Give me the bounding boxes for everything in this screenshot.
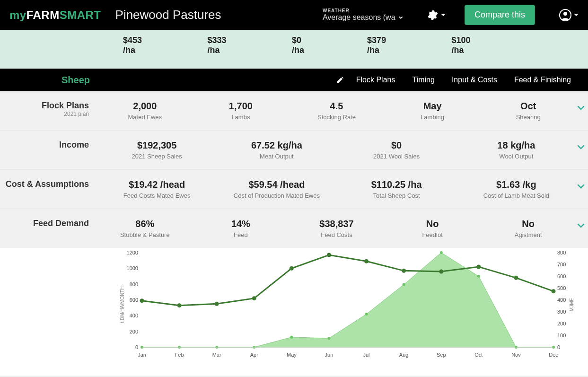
weather-selector[interactable]: WEATHER Average seasons (wa: [323, 8, 403, 22]
svg-text:Dec: Dec: [549, 352, 558, 358]
user-menu[interactable]: [559, 9, 579, 22]
nav-flock-plans[interactable]: Flock Plans: [348, 76, 404, 84]
metric: 4.5Stocking Rate: [291, 101, 382, 121]
svg-point-50: [364, 259, 369, 263]
metric: 67.52 kg/haMeat Output: [219, 140, 334, 160]
chevron-down-icon: [576, 142, 586, 152]
svg-text:400: 400: [130, 313, 138, 318]
metric-label: Agistment: [483, 231, 574, 238]
metric-value: 1,700: [195, 101, 287, 112]
pencil-icon: [336, 76, 344, 84]
metric-value: $110.25 /ha: [339, 179, 454, 190]
summary-value: $333 /ha: [207, 35, 239, 55]
metric: 86%Stubble & Pasture: [99, 219, 191, 238]
metric: 1,700Lambs: [195, 101, 287, 121]
svg-text:1200: 1200: [127, 250, 138, 255]
metric-label: Stocking Rate: [291, 114, 382, 121]
metric-value: No: [483, 219, 574, 229]
row-body: $19.42 /headFeed Costs Mated Ewes$59.54 …: [99, 179, 588, 199]
chevron-down-icon: [576, 103, 586, 113]
top-bar: myFARMSMART Pinewood Pastures WEATHER Av…: [0, 0, 588, 30]
svg-text:Feb: Feb: [175, 352, 184, 358]
metric-value: $192,305: [99, 140, 214, 151]
svg-text:300: 300: [557, 309, 566, 315]
metric-value: 4.5: [291, 101, 382, 112]
svg-text:Jun: Jun: [325, 352, 333, 358]
svg-text:800: 800: [130, 281, 138, 287]
svg-point-46: [215, 302, 219, 306]
expand-toggle[interactable]: [574, 140, 588, 154]
metric-label: Feed Costs: [291, 231, 382, 238]
svg-text:700: 700: [557, 262, 566, 267]
metric-label: Meat Output: [219, 153, 334, 160]
metric-value: 2,000: [99, 101, 191, 112]
svg-point-44: [140, 298, 144, 303]
chevron-down-icon: [576, 221, 586, 230]
svg-point-49: [327, 253, 331, 257]
svg-text:MJME: MJME: [569, 298, 574, 312]
metric-label: 2021 Sheep Sales: [99, 153, 214, 160]
metric-label: Shearing: [483, 114, 574, 121]
svg-text:Sep: Sep: [437, 352, 446, 358]
metric-label: Feed Costs Mated Ewes: [99, 192, 214, 199]
svg-text:100: 100: [557, 333, 566, 338]
metric: NoAgistment: [483, 219, 574, 238]
logo-prefix: my: [9, 9, 26, 21]
farm-name: Pinewood Pastures: [115, 8, 221, 22]
metric-value: 86%: [99, 219, 191, 229]
metric: $110.25 /haTotal Sheep Cost: [339, 179, 454, 199]
expand-toggle[interactable]: [574, 219, 588, 233]
compare-button[interactable]: Compare this: [465, 5, 535, 25]
svg-point-40: [440, 251, 443, 254]
caret-down-icon: [441, 13, 446, 18]
metric-label: Feedlot: [387, 231, 478, 238]
metric-label: Cost of Lamb Meat Sold: [459, 192, 574, 199]
svg-text:600: 600: [130, 297, 138, 303]
metric: $1.63 /kgCost of Lamb Meat Sold: [459, 179, 574, 199]
expand-toggle[interactable]: [574, 101, 588, 115]
svg-text:Oct: Oct: [474, 352, 483, 358]
summary-value: $379 /ha: [367, 35, 399, 55]
metric: 18 kg/haWool Output: [459, 140, 574, 160]
metrics-group: $192,3052021 Sheep Sales67.52 kg/haMeat …: [99, 140, 574, 160]
svg-text:Mar: Mar: [212, 352, 221, 358]
nav-timing[interactable]: Timing: [404, 76, 443, 84]
svg-text:600: 600: [557, 273, 566, 279]
data-row: Flock Plans2021 plan2,000Mated Ewes1,700…: [0, 91, 588, 131]
gear-icon: [427, 9, 438, 21]
logo-mid: FARM: [26, 9, 60, 21]
metric: $19.42 /headFeed Costs Mated Ewes: [99, 179, 214, 199]
metric-value: $1.63 /kg: [459, 179, 574, 190]
svg-text:400: 400: [557, 297, 566, 303]
svg-text:500: 500: [557, 285, 566, 291]
summary-value: $453 /ha: [123, 35, 155, 55]
svg-point-53: [476, 265, 481, 269]
svg-text:800: 800: [557, 250, 566, 255]
svg-text:200: 200: [130, 329, 138, 334]
svg-point-54: [514, 276, 518, 280]
svg-point-47: [252, 296, 256, 300]
metric-label: Mated Ewes: [99, 114, 191, 121]
app-logo: myFARMSMART: [9, 9, 101, 22]
feed-demand-chart: 0200400600800100012000100200300400500600…: [0, 248, 588, 376]
metric-value: $19.42 /head: [99, 179, 214, 190]
nav-feed-finish[interactable]: Feed & Finishing: [506, 76, 579, 84]
metric-value: $59.54 /head: [219, 179, 334, 190]
edit-button[interactable]: [336, 76, 344, 84]
settings-menu[interactable]: [427, 9, 446, 21]
expand-toggle[interactable]: [574, 179, 588, 193]
content-rows: Flock Plans2021 plan2,000Mated Ewes1,700…: [0, 91, 588, 248]
svg-text:1000: 1000: [127, 265, 138, 271]
metrics-group: $19.42 /headFeed Costs Mated Ewes$59.54 …: [99, 179, 574, 199]
metric-value: $38,837: [291, 219, 382, 229]
svg-text:0: 0: [557, 344, 560, 350]
svg-point-38: [365, 313, 368, 316]
svg-text:May: May: [287, 352, 297, 358]
svg-point-51: [402, 269, 406, 273]
metric: $02021 Wool Sales: [339, 140, 454, 160]
metrics-group: 86%Stubble & Pasture14%Feed$38,837Feed C…: [99, 219, 574, 238]
svg-point-37: [327, 337, 330, 340]
svg-point-45: [177, 303, 182, 307]
nav-input-costs[interactable]: Input & Costs: [443, 76, 506, 84]
chevron-down-icon: [576, 182, 586, 191]
